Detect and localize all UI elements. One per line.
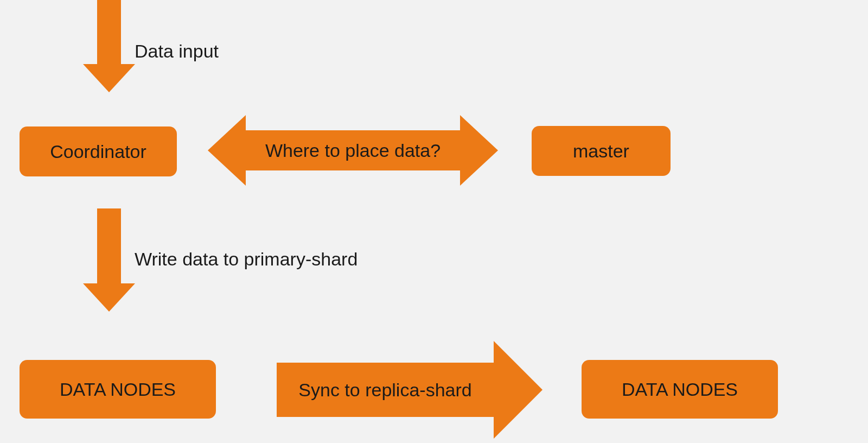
node-data-nodes-right: DATA NODES [582, 360, 778, 419]
node-master: master [532, 126, 671, 176]
arrow-sync-replica: Sync to replica-shard [277, 341, 542, 439]
arrow-shaft [97, 0, 121, 64]
arrow-where-to-place: Where to place data? [208, 115, 498, 186]
node-coordinator-label: Coordinator [50, 141, 146, 162]
label-data-input: Data input [135, 41, 219, 62]
node-data-nodes-right-label: DATA NODES [622, 379, 738, 400]
arrow-write-primary [83, 208, 135, 312]
arrow-sync-replica-label: Sync to replica-shard [298, 379, 471, 401]
node-data-nodes-left: DATA NODES [20, 360, 216, 419]
node-coordinator: Coordinator [20, 126, 177, 176]
arrow-head-down-icon [83, 64, 135, 92]
arrow-head-right-icon [460, 115, 498, 186]
arrow-shaft: Sync to replica-shard [277, 363, 494, 417]
arrow-shaft: Where to place data? [246, 130, 460, 170]
label-write-primary: Write data to primary-shard [135, 249, 358, 270]
arrow-head-left-icon [208, 115, 246, 186]
arrow-head-down-icon [83, 283, 135, 312]
arrow-head-right-icon [494, 341, 542, 439]
arrow-data-input [83, 0, 135, 92]
arrow-shaft [97, 208, 121, 283]
arrow-where-to-place-label: Where to place data? [265, 140, 441, 161]
node-data-nodes-left-label: DATA NODES [60, 379, 176, 400]
node-master-label: master [573, 141, 629, 162]
